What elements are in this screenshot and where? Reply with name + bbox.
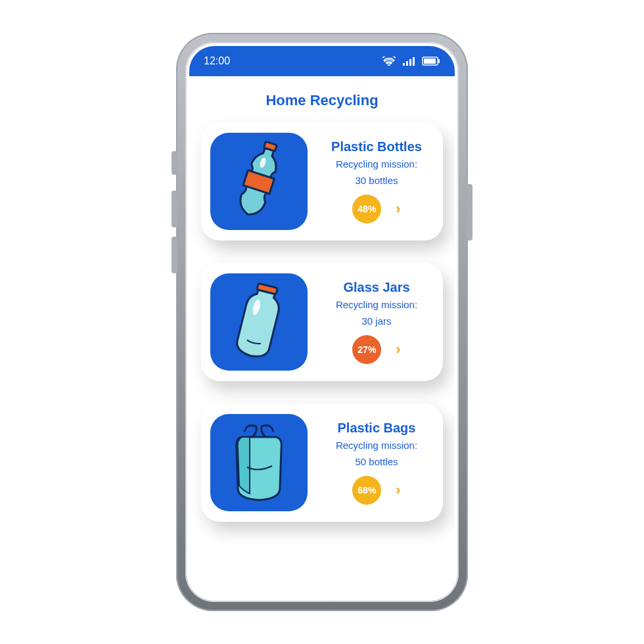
card-mission-value: 50 bottles	[355, 456, 398, 469]
progress-badge: 68%	[352, 476, 381, 505]
signal-icon	[402, 57, 415, 66]
card-title: Plastic Bags	[338, 421, 416, 436]
phone-side-button	[172, 237, 177, 273]
svg-rect-1	[406, 61, 408, 66]
card-progress-row: 68% ›	[352, 476, 400, 505]
card-mission-value: 30 bottles	[355, 175, 398, 187]
status-bar: 12:00	[189, 46, 455, 76]
card-progress-row: 48% ›	[352, 195, 400, 223]
card-body: Plastic Bags Recycling mission: 50 bottl…	[308, 421, 434, 505]
screen: 12:00 Home Recycling	[189, 46, 455, 598]
page-title: Home Recycling	[189, 76, 455, 122]
cards-list: Plastic Bottles Recycling mission: 30 bo…	[189, 122, 455, 535]
phone-side-button	[172, 191, 177, 227]
chevron-right-icon[interactable]: ›	[396, 341, 400, 358]
card-title: Glass Jars	[343, 280, 409, 295]
card-mission-label: Recycling mission:	[336, 440, 417, 452]
card-mission-value: 30 jars	[361, 315, 391, 328]
card-body: Plastic Bottles Recycling mission: 30 bo…	[308, 139, 434, 224]
card-mission-label: Recycling mission:	[336, 299, 417, 311]
card-progress-row: 27% ›	[352, 335, 400, 364]
svg-rect-6	[438, 59, 440, 63]
card-glass-jars[interactable]: Glass Jars Recycling mission: 30 jars 27…	[201, 263, 443, 381]
status-indicators	[382, 57, 440, 66]
chevron-right-icon[interactable]: ›	[396, 482, 400, 499]
progress-badge: 27%	[352, 335, 381, 364]
phone-side-button	[467, 184, 472, 241]
phone-frame: 12:00 Home Recycling	[176, 33, 468, 611]
glass-jar-icon	[210, 273, 308, 371]
svg-rect-5	[424, 58, 436, 64]
progress-badge: 48%	[352, 195, 381, 223]
phone-bezel: 12:00 Home Recycling	[185, 42, 459, 602]
svg-rect-2	[409, 59, 411, 66]
battery-icon	[422, 57, 440, 66]
phone-side-button	[172, 151, 177, 175]
plastic-bag-icon	[210, 414, 308, 511]
card-plastic-bottles[interactable]: Plastic Bottles Recycling mission: 30 bo…	[201, 122, 443, 241]
wifi-icon	[382, 57, 396, 66]
svg-rect-3	[413, 57, 415, 66]
card-mission-label: Recycling mission:	[336, 158, 417, 171]
card-title: Plastic Bottles	[331, 139, 422, 154]
card-body: Glass Jars Recycling mission: 30 jars 27…	[308, 280, 434, 365]
plastic-bottle-icon	[210, 133, 308, 230]
svg-rect-0	[403, 63, 405, 66]
status-time: 12:00	[204, 55, 230, 67]
chevron-right-icon[interactable]: ›	[396, 200, 400, 218]
card-plastic-bags[interactable]: Plastic Bags Recycling mission: 50 bottl…	[201, 403, 443, 522]
